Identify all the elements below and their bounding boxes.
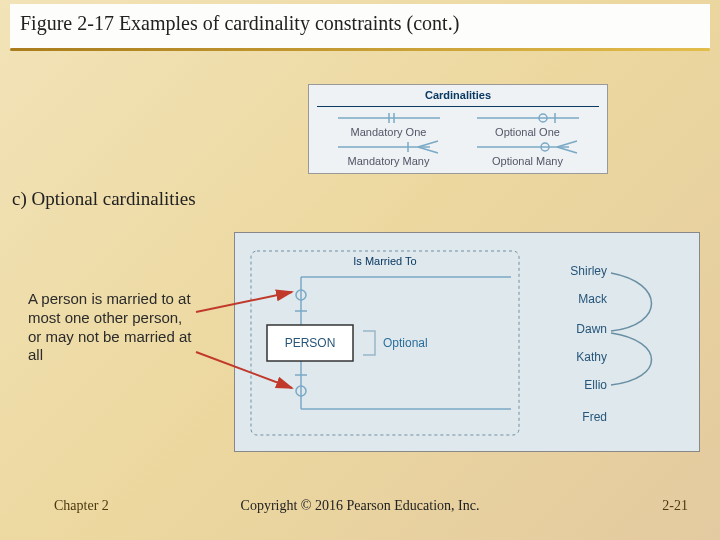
cardinality-legend: Cardinalities Mandatory One Optional One xyxy=(308,84,608,174)
legend-label: Optional Many xyxy=(492,155,563,167)
legend-title: Cardinalities xyxy=(317,85,599,107)
legend-label: Optional One xyxy=(495,126,560,138)
legend-label: Mandatory One xyxy=(351,126,427,138)
svg-line-8 xyxy=(418,141,438,147)
subsection-label: c) Optional cardinalities xyxy=(12,188,196,210)
legend-mandatory-one: Mandatory One xyxy=(319,111,458,140)
legend-grid: Mandatory One Optional One Mandatory Man… xyxy=(309,107,607,173)
legend-optional-many: Optional Many xyxy=(458,140,597,169)
svg-line-9 xyxy=(418,147,438,153)
name-3: Kathy xyxy=(576,350,607,364)
mandatory-one-icon xyxy=(334,111,444,125)
legend-mandatory-many: Mandatory Many xyxy=(319,140,458,169)
optional-one-icon xyxy=(473,111,583,125)
svg-line-12 xyxy=(557,141,577,147)
erd-diagram: Is Married To PERSON Optional Shirley Ma… xyxy=(234,232,700,452)
footer-chapter: Chapter 2 xyxy=(54,498,109,514)
title-underline xyxy=(10,48,710,51)
figure-title: Figure 2-17 Examples of cardinality cons… xyxy=(10,4,710,48)
footer-copyright: Copyright © 2016 Pearson Education, Inc. xyxy=(210,498,510,514)
explanation-text: A person is married to at most one other… xyxy=(28,290,198,365)
legend-optional-one: Optional One xyxy=(458,111,597,140)
name-2: Dawn xyxy=(576,322,607,336)
mandatory-many-icon xyxy=(334,140,444,154)
entity-label: PERSON xyxy=(285,336,336,350)
svg-line-13 xyxy=(557,147,577,153)
figure-title-text: Figure 2-17 Examples of cardinality cons… xyxy=(20,12,459,34)
name-0: Shirley xyxy=(570,264,607,278)
optional-many-icon xyxy=(473,140,583,154)
name-1: Mack xyxy=(578,292,608,306)
relationship-label: Is Married To xyxy=(353,255,416,267)
footer-page-number: 2-21 xyxy=(662,498,688,514)
name-4: Ellio xyxy=(584,378,607,392)
legend-label: Mandatory Many xyxy=(348,155,430,167)
name-5: Fred xyxy=(582,410,607,424)
erd-svg: Is Married To PERSON Optional Shirley Ma… xyxy=(235,233,701,453)
optional-tag: Optional xyxy=(383,336,428,350)
